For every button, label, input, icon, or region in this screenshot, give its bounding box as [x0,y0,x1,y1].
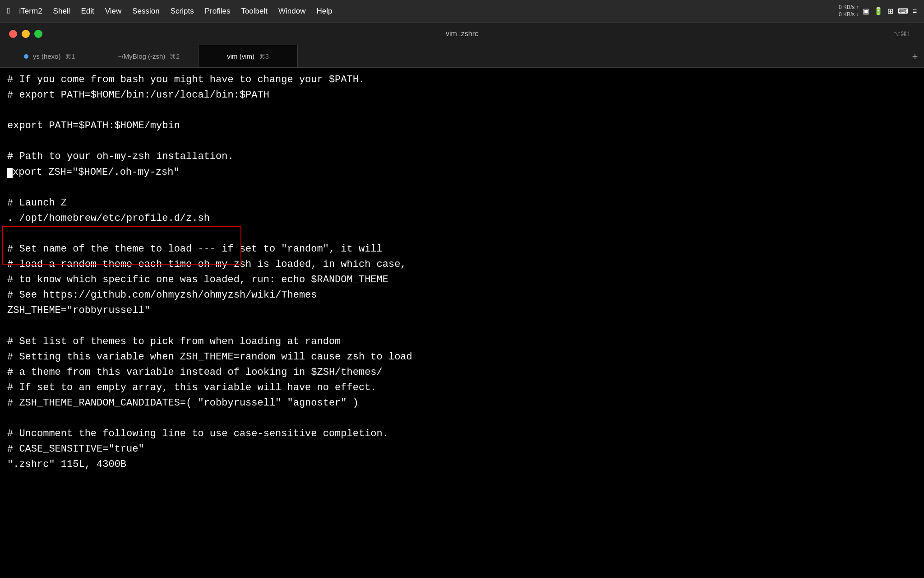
menu-iterm2[interactable]: iTerm2 [15,5,47,18]
line-16: ZSH_THEME="robbyrussell" [7,305,150,316]
tab-label-2: ~/MyBlog (-zsh) [118,52,165,60]
tab-2[interactable]: ~/MyBlog (-zsh) ⌘2 [99,45,199,67]
line-6: # Path to your oh-my-zsh installation. [7,151,234,162]
minimize-button[interactable] [22,30,30,38]
menu-help[interactable]: Help [312,5,337,18]
titlebar: vim .zshrc ⌥⌘1 [0,23,924,45]
menu-view[interactable]: View [101,5,126,18]
tab-dot-1 [24,54,28,59]
menu-extras: ⌨ [898,7,908,15]
tab-shortcut-3: ⌘3 [259,53,269,60]
line-26: ".zshrc" 115L, 4300B [7,459,126,470]
window-title: vim .zshrc [446,30,478,38]
line-10: . /opt/homebrew/etc/profile.d/z.sh [7,213,210,224]
line-15: # See https://github.com/ohmyzsh/ohmyzsh… [7,289,317,301]
line-4: export PATH=$PATH:$HOME/mybin [7,120,180,131]
network-stats: 0 KB/s ↑ 0 KB/s ↓ [839,4,859,18]
tabbar: ys (hexo) ⌘1 ~/MyBlog (-zsh) ⌘2 vim (vim… [0,45,924,68]
time-display: ⊞ [887,7,893,15]
tab-shortcut-2: ⌘2 [170,53,180,60]
wifi-icon: ▣ [863,7,869,15]
maximize-button[interactable] [34,30,42,38]
close-button[interactable] [9,30,17,38]
line-22: # ZSH_THEME_RANDOM_CANDIDATES=( "robbyru… [7,397,359,409]
line-1: # If you come from bash you might have t… [7,74,365,85]
tab-1[interactable]: ys (hexo) ⌘1 [0,45,99,67]
menu-edit[interactable]: Edit [76,5,98,18]
line-13: # load a random theme each time oh-my-zs… [7,259,407,270]
tab-label-1: ys (hexo) [33,52,61,60]
line-25: # CASE_SENSITIVE="true" [7,443,144,455]
line-14: # to know which specific one was loaded,… [7,274,388,285]
menu-profiles[interactable]: Profiles [200,5,235,18]
menu-session[interactable]: Session [128,5,164,18]
editor[interactable]: # If you come from bash you might have t… [0,68,924,578]
tab-3[interactable]: vim (vim) ⌘3 [199,45,298,67]
line-9: # Launch Z [7,197,67,209]
line-21: # If set to an empty array, this variabl… [7,382,377,393]
add-tab-button[interactable]: + [906,45,924,67]
line-12: # Set name of the theme to load --- if s… [7,243,383,255]
tab-shortcut-1: ⌘1 [65,53,75,60]
menu-shell[interactable]: Shell [49,5,75,18]
menubar:  iTerm2 Shell Edit View Session Scripts… [0,0,924,23]
menubar-right: 0 KB/s ↑ 0 KB/s ↓ ▣ 🔋 ⊞ ⌨ ≡ [839,4,917,18]
notification-icon: ≡ [913,7,917,15]
line-20: # a theme from this variable instead of … [7,367,383,378]
line-2: # export PATH=$HOME/bin:/usr/local/bin:$… [7,89,269,101]
menu-window[interactable]: Window [274,5,310,18]
window-controls [9,30,42,38]
window-shortcut: ⌥⌘1 [893,30,910,37]
line-7: xport ZSH="$HOME/.oh-my-zsh" [7,167,180,178]
status-icons: ▣ 🔋 ⊞ ⌨ ≡ [863,7,917,15]
tab-label-3: vim (vim) [227,52,254,60]
menu-scripts[interactable]: Scripts [166,5,199,18]
code-content: # If you come from bash you might have t… [7,72,917,472]
line-24: # Uncomment the following line to use ca… [7,428,388,439]
line-19: # Setting this variable when ZSH_THEME=r… [7,351,412,363]
line-18: # Set list of themes to pick from when l… [7,336,341,347]
menu-toolbelt[interactable]: Toolbelt [236,5,272,18]
apple-logo:  [7,6,10,16]
battery-icon: 🔋 [874,7,883,15]
